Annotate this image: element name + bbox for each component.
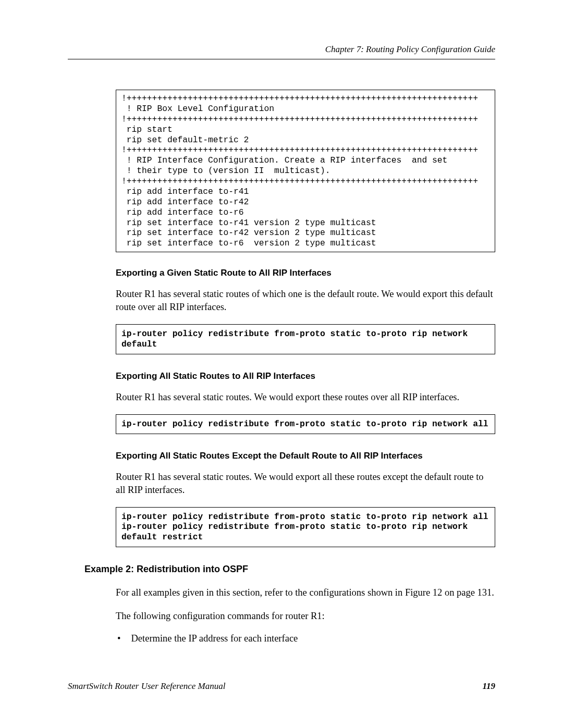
code-block-section1: ip-router policy redistribute from-proto… — [116, 324, 495, 354]
code-block-section3: ip-router policy redistribute from-proto… — [116, 507, 495, 548]
footer-page-number: 119 — [482, 681, 495, 692]
subheading-export-except-default: Exporting All Static Routes Except the D… — [116, 451, 495, 461]
example2-heading: Example 2: Redistribution into OSPF — [84, 564, 495, 575]
example2-content: For all examples given in this section, … — [116, 586, 495, 644]
footer-manual-title: SmartSwitch Router User Reference Manual — [68, 681, 225, 692]
code-block-section2: ip-router policy redistribute from-proto… — [116, 414, 495, 434]
page-container: Chapter 7: Routing Policy Configuration … — [0, 0, 563, 681]
example2-paragraph2: The following configuration commands for… — [116, 610, 495, 623]
paragraph-section1: Router R1 has several static routes of w… — [116, 288, 495, 314]
bullet-item: • Determine the IP address for each inte… — [116, 633, 495, 644]
bullet-dot-icon: • — [117, 633, 120, 644]
main-content: !+++++++++++++++++++++++++++++++++++++++… — [116, 90, 495, 547]
subheading-export-given-static: Exporting a Given Static Route to All RI… — [116, 268, 495, 278]
paragraph-section3: Router R1 has several static routes. We … — [116, 471, 495, 497]
chapter-title: Chapter 7: Routing Policy Configuration … — [325, 44, 495, 54]
page-header: Chapter 7: Routing Policy Configuration … — [68, 44, 495, 59]
example2-paragraph1: For all examples given in this section, … — [116, 586, 495, 599]
page-footer: SmartSwitch Router User Reference Manual… — [68, 681, 495, 692]
subheading-export-all-static: Exporting All Static Routes to All RIP I… — [116, 371, 495, 381]
code-block-rip-config: !+++++++++++++++++++++++++++++++++++++++… — [116, 90, 495, 252]
paragraph-section2: Router R1 has several static routes. We … — [116, 391, 495, 404]
bullet-text: Determine the IP address for each interf… — [131, 633, 298, 644]
